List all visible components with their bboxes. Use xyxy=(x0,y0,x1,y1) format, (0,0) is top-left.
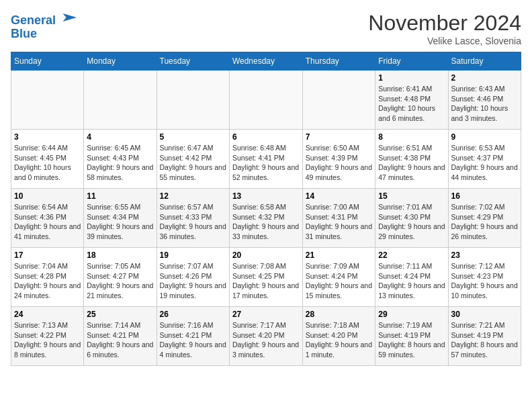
calendar-week-row: 24Sunrise: 7:13 AMSunset: 4:22 PMDayligh… xyxy=(11,307,521,366)
calendar-cell: 1Sunrise: 6:41 AMSunset: 4:48 PMDaylight… xyxy=(375,71,448,130)
day-number: 14 xyxy=(306,191,373,201)
day-number: 7 xyxy=(306,132,373,142)
day-info: Sunrise: 7:05 AMSunset: 4:27 PMDaylight:… xyxy=(87,261,153,301)
calendar-cell: 12Sunrise: 6:57 AMSunset: 4:33 PMDayligh… xyxy=(157,189,229,248)
day-number: 20 xyxy=(232,250,300,260)
calendar-cell: 27Sunrise: 7:17 AMSunset: 4:20 PMDayligh… xyxy=(229,307,302,366)
calendar-cell: 19Sunrise: 7:07 AMSunset: 4:26 PMDayligh… xyxy=(157,248,229,307)
calendar-day-header: Thursday xyxy=(302,52,375,71)
calendar-day-header: Sunday xyxy=(11,52,84,71)
calendar-cell: 11Sunrise: 6:55 AMSunset: 4:34 PMDayligh… xyxy=(84,189,157,248)
logo: General Blue xyxy=(11,11,77,41)
day-number: 23 xyxy=(451,250,518,260)
day-number: 27 xyxy=(232,310,300,319)
day-number: 30 xyxy=(451,310,518,319)
day-info: Sunrise: 7:13 AMSunset: 4:22 PMDaylight:… xyxy=(14,320,81,360)
calendar-day-header: Wednesday xyxy=(229,52,302,71)
day-info: Sunrise: 6:44 AMSunset: 4:45 PMDaylight:… xyxy=(14,143,81,183)
calendar-cell: 18Sunrise: 7:05 AMSunset: 4:27 PMDayligh… xyxy=(84,248,157,307)
day-number: 25 xyxy=(87,310,153,319)
calendar-week-row: 1Sunrise: 6:41 AMSunset: 4:48 PMDaylight… xyxy=(11,71,521,130)
day-info: Sunrise: 7:17 AMSunset: 4:20 PMDaylight:… xyxy=(232,320,300,360)
calendar-week-row: 10Sunrise: 6:54 AMSunset: 4:36 PMDayligh… xyxy=(11,189,521,248)
day-number: 9 xyxy=(451,132,518,142)
day-info: Sunrise: 6:51 AMSunset: 4:38 PMDaylight:… xyxy=(378,143,445,183)
day-number: 1 xyxy=(378,73,445,83)
calendar-cell xyxy=(302,71,375,130)
calendar-cell: 24Sunrise: 7:13 AMSunset: 4:22 PMDayligh… xyxy=(11,307,84,366)
calendar-cell: 2Sunrise: 6:43 AMSunset: 4:46 PMDaylight… xyxy=(448,71,521,130)
day-number: 24 xyxy=(14,310,81,319)
calendar-cell: 4Sunrise: 6:45 AMSunset: 4:43 PMDaylight… xyxy=(84,130,157,189)
day-info: Sunrise: 7:19 AMSunset: 4:19 PMDaylight:… xyxy=(378,320,445,360)
calendar-cell: 20Sunrise: 7:08 AMSunset: 4:25 PMDayligh… xyxy=(229,248,302,307)
svg-marker-0 xyxy=(62,13,77,21)
day-number: 28 xyxy=(306,310,373,319)
calendar-cell: 8Sunrise: 6:51 AMSunset: 4:38 PMDaylight… xyxy=(375,130,448,189)
calendar-cell: 22Sunrise: 7:11 AMSunset: 4:24 PMDayligh… xyxy=(375,248,448,307)
day-number: 2 xyxy=(451,73,518,83)
calendar-week-row: 3Sunrise: 6:44 AMSunset: 4:45 PMDaylight… xyxy=(11,130,521,189)
day-info: Sunrise: 6:50 AMSunset: 4:39 PMDaylight:… xyxy=(306,143,373,183)
day-number: 13 xyxy=(232,191,300,201)
calendar-cell: 3Sunrise: 6:44 AMSunset: 4:45 PMDaylight… xyxy=(11,130,84,189)
calendar-cell: 6Sunrise: 6:48 AMSunset: 4:41 PMDaylight… xyxy=(229,130,302,189)
day-info: Sunrise: 7:09 AMSunset: 4:24 PMDaylight:… xyxy=(306,261,373,301)
day-number: 16 xyxy=(451,191,518,201)
location-label: Velike Lasce, Slovenia xyxy=(368,36,521,46)
logo-blue: Blue xyxy=(11,28,77,41)
calendar-cell: 9Sunrise: 6:53 AMSunset: 4:37 PMDaylight… xyxy=(448,130,521,189)
day-info: Sunrise: 7:21 AMSunset: 4:19 PMDaylight:… xyxy=(451,320,518,360)
day-info: Sunrise: 6:43 AMSunset: 4:46 PMDaylight:… xyxy=(451,84,518,124)
day-number: 12 xyxy=(160,191,226,201)
calendar-cell: 5Sunrise: 6:47 AMSunset: 4:42 PMDaylight… xyxy=(157,130,229,189)
day-number: 6 xyxy=(232,132,300,142)
day-info: Sunrise: 7:16 AMSunset: 4:21 PMDaylight:… xyxy=(160,320,226,360)
calendar-cell: 13Sunrise: 6:58 AMSunset: 4:32 PMDayligh… xyxy=(229,189,302,248)
day-number: 11 xyxy=(87,191,153,201)
day-number: 5 xyxy=(160,132,226,142)
calendar-day-header: Saturday xyxy=(448,52,521,71)
calendar-cell: 25Sunrise: 7:14 AMSunset: 4:21 PMDayligh… xyxy=(84,307,157,366)
calendar-cell: 29Sunrise: 7:19 AMSunset: 4:19 PMDayligh… xyxy=(375,307,448,366)
day-number: 4 xyxy=(87,132,153,142)
day-number: 26 xyxy=(160,310,226,319)
day-number: 29 xyxy=(378,310,445,319)
calendar-cell: 23Sunrise: 7:12 AMSunset: 4:23 PMDayligh… xyxy=(448,248,521,307)
calendar-cell: 30Sunrise: 7:21 AMSunset: 4:19 PMDayligh… xyxy=(448,307,521,366)
day-number: 17 xyxy=(14,250,81,260)
page-header: General Blue November 2024 Velike Lasce,… xyxy=(11,11,521,46)
title-block: November 2024 Velike Lasce, Slovenia xyxy=(368,11,521,46)
calendar-week-row: 17Sunrise: 7:04 AMSunset: 4:28 PMDayligh… xyxy=(11,248,521,307)
day-info: Sunrise: 6:55 AMSunset: 4:34 PMDaylight:… xyxy=(87,202,153,242)
day-info: Sunrise: 6:57 AMSunset: 4:33 PMDaylight:… xyxy=(160,202,226,242)
calendar-cell: 16Sunrise: 7:02 AMSunset: 4:29 PMDayligh… xyxy=(448,189,521,248)
day-info: Sunrise: 6:54 AMSunset: 4:36 PMDaylight:… xyxy=(14,202,81,242)
month-title: November 2024 xyxy=(368,11,521,36)
day-number: 10 xyxy=(14,191,81,201)
calendar-body: 1Sunrise: 6:41 AMSunset: 4:48 PMDaylight… xyxy=(11,71,521,366)
calendar-day-header: Friday xyxy=(375,52,448,71)
day-number: 21 xyxy=(306,250,373,260)
day-number: 15 xyxy=(378,191,445,201)
calendar-cell xyxy=(84,71,157,130)
calendar-cell xyxy=(229,71,302,130)
calendar-cell xyxy=(11,71,84,130)
calendar-cell: 7Sunrise: 6:50 AMSunset: 4:39 PMDaylight… xyxy=(302,130,375,189)
day-info: Sunrise: 6:48 AMSunset: 4:41 PMDaylight:… xyxy=(232,143,300,183)
logo-arrow-icon xyxy=(60,11,77,24)
day-number: 19 xyxy=(160,250,226,260)
logo-general: General xyxy=(11,13,56,27)
calendar-cell: 10Sunrise: 6:54 AMSunset: 4:36 PMDayligh… xyxy=(11,189,84,248)
day-number: 3 xyxy=(14,132,81,142)
day-info: Sunrise: 7:18 AMSunset: 4:20 PMDaylight:… xyxy=(306,320,373,360)
day-info: Sunrise: 6:47 AMSunset: 4:42 PMDaylight:… xyxy=(160,143,226,183)
day-info: Sunrise: 7:11 AMSunset: 4:24 PMDaylight:… xyxy=(378,261,445,301)
calendar-cell: 21Sunrise: 7:09 AMSunset: 4:24 PMDayligh… xyxy=(302,248,375,307)
calendar-cell: 26Sunrise: 7:16 AMSunset: 4:21 PMDayligh… xyxy=(157,307,229,366)
day-info: Sunrise: 7:12 AMSunset: 4:23 PMDaylight:… xyxy=(451,261,518,301)
calendar-day-header: Tuesday xyxy=(157,52,229,71)
calendar-table: SundayMondayTuesdayWednesdayThursdayFrid… xyxy=(11,52,521,366)
calendar-cell: 14Sunrise: 7:00 AMSunset: 4:31 PMDayligh… xyxy=(302,189,375,248)
day-info: Sunrise: 6:58 AMSunset: 4:32 PMDaylight:… xyxy=(232,202,300,242)
